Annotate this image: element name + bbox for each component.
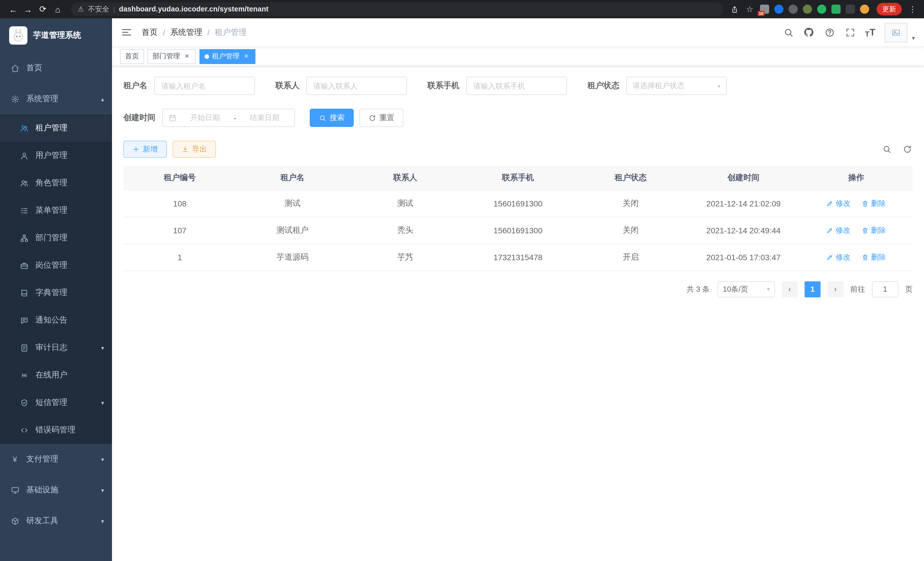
- goto-page-input[interactable]: [872, 281, 898, 297]
- tenant-name-input[interactable]: [154, 77, 255, 95]
- pagination: 共 3 条 10条/页 ▾ ‹ 1 › 前往 页: [123, 281, 913, 297]
- add-button[interactable]: 新增: [123, 141, 167, 158]
- filter-create-time: 创建时间 开始日期 - 结束日期: [123, 109, 295, 127]
- sidebar-item-notice[interactable]: 通知公告: [0, 307, 112, 334]
- github-icon[interactable]: [803, 27, 814, 38]
- tab-close-icon[interactable]: ×: [183, 52, 191, 60]
- sidebar-toggle-icon[interactable]: [121, 27, 133, 38]
- delete-link-label: 删除: [871, 225, 886, 235]
- security-label[interactable]: 不安全: [88, 4, 110, 14]
- edit-link[interactable]: 修改: [826, 198, 850, 208]
- contact-input[interactable]: [306, 77, 407, 95]
- sidebar-item-label: 部门管理: [35, 233, 68, 243]
- tab-home[interactable]: 首页: [120, 49, 144, 64]
- chevron-down-icon: ▾: [101, 487, 104, 493]
- gear-icon: [10, 94, 20, 104]
- extension-icon-green[interactable]: [817, 5, 826, 14]
- table-row: 107 测试租户 秃头 15601691300 关闭 2021-12-14 20…: [123, 217, 913, 244]
- page-size-value: 10条/页: [723, 284, 748, 294]
- extension-icon-badge[interactable]: 10: [760, 5, 769, 14]
- back-icon[interactable]: ←: [6, 4, 21, 14]
- extension-icon-gray[interactable]: [789, 5, 798, 14]
- breadcrumb-home[interactable]: 首页: [142, 27, 158, 38]
- date-range-picker[interactable]: 开始日期 - 结束日期: [162, 109, 295, 127]
- system-submenu: 租户管理 用户管理 角色管理: [0, 114, 112, 444]
- tab-close-icon[interactable]: ×: [242, 52, 250, 60]
- cell-created: 2021-12-14 20:49:44: [687, 217, 800, 244]
- sidebar-item-label: 错误码管理: [35, 425, 75, 435]
- cell-phone: 15601691300: [462, 217, 574, 244]
- extensions-puzzle-icon[interactable]: [846, 5, 855, 14]
- font-size-icon[interactable]: TT: [865, 27, 875, 38]
- next-page-button[interactable]: ›: [827, 281, 843, 297]
- user-avatar[interactable]: [885, 23, 908, 42]
- sidebar-item-home[interactable]: 首页: [0, 53, 112, 83]
- help-icon[interactable]: [824, 27, 835, 38]
- sidebar-item-tenant[interactable]: 租户管理: [0, 114, 112, 142]
- extension-icon-green-square[interactable]: [831, 5, 841, 14]
- search-button[interactable]: 搜索: [310, 109, 354, 127]
- url-text[interactable]: dashboard.yudao.iocoder.cn/system/tenant: [119, 5, 268, 13]
- sidebar-item-errcode[interactable]: 错误码管理: [0, 416, 112, 444]
- delete-link[interactable]: 删除: [862, 252, 886, 262]
- calendar-icon: [169, 114, 177, 122]
- cell-actions: 修改 删除: [800, 190, 913, 217]
- browser-update-button[interactable]: 更新: [877, 3, 902, 15]
- cell-created: 2021-12-14 21:02:09: [687, 190, 800, 217]
- share-icon[interactable]: [729, 4, 740, 14]
- search-icon[interactable]: [783, 27, 794, 38]
- tab-label: 首页: [125, 51, 139, 61]
- sidebar-item-user[interactable]: 用户管理: [0, 142, 112, 169]
- tab-dept[interactable]: 部门管理 ×: [147, 49, 196, 64]
- filter-phone: 联系手机: [428, 77, 567, 95]
- cell-status: 开启: [574, 244, 687, 271]
- sidebar-item-dict[interactable]: 字典管理: [0, 279, 112, 307]
- fullscreen-icon[interactable]: [844, 27, 856, 38]
- extension-icon-olive[interactable]: [803, 5, 812, 14]
- browser-menu-icon[interactable]: ⋮: [907, 5, 918, 14]
- page-number-button[interactable]: 1: [805, 281, 820, 297]
- edit-link[interactable]: 修改: [826, 252, 850, 262]
- breadcrumb-separator: /: [207, 28, 210, 37]
- forward-icon[interactable]: →: [21, 4, 35, 14]
- tab-tenant[interactable]: 租户管理 ×: [200, 49, 255, 64]
- extension-icon-blue[interactable]: [774, 5, 783, 14]
- sidebar-item-role[interactable]: 角色管理: [0, 169, 112, 197]
- address-bar[interactable]: ⚠ 不安全 | dashboard.yudao.iocoder.cn/syste…: [71, 2, 723, 16]
- edit-link[interactable]: 修改: [826, 225, 850, 235]
- sidebar-item-label: 菜单管理: [35, 205, 68, 216]
- page-unit-label: 页: [905, 284, 913, 294]
- tenants-icon: [20, 123, 28, 133]
- cell-status: 关闭: [574, 217, 687, 244]
- sidebar-item-infra[interactable]: 基础设施 ▾: [0, 475, 112, 505]
- toggle-search-icon[interactable]: [882, 144, 892, 154]
- sidebar-item-audit-log[interactable]: 审计日志 ▾: [0, 334, 112, 361]
- bookmark-star-icon[interactable]: ☆: [745, 4, 755, 14]
- delete-link[interactable]: 删除: [862, 198, 886, 208]
- status-select[interactable]: 请选择租户状态 ▾: [626, 77, 727, 95]
- topbar: 首页 / 系统管理 / 租户管理: [112, 18, 924, 47]
- sidebar-logo[interactable]: 芋道管理系统: [0, 18, 112, 53]
- sidebar-item-sms[interactable]: 短信管理 ▾: [0, 389, 112, 416]
- sidebar-item-dept[interactable]: 部门管理: [0, 224, 112, 252]
- refresh-table-icon[interactable]: [902, 144, 913, 154]
- sidebar-item-system[interactable]: 系统管理 ▴: [0, 83, 112, 114]
- breadcrumb-system[interactable]: 系统管理: [170, 27, 202, 38]
- page-size-select[interactable]: 10条/页 ▾: [718, 281, 775, 297]
- sidebar-item-devtools[interactable]: 研发工具 ▾: [0, 505, 112, 536]
- table-row: 1 芋道源码 芋艿 17321315478 开启 2021-01-05 17:0…: [123, 244, 913, 271]
- delete-link[interactable]: 删除: [862, 225, 886, 235]
- export-button[interactable]: 导出: [172, 141, 216, 158]
- phone-input[interactable]: [466, 77, 567, 95]
- sidebar-item-post[interactable]: 岗位管理: [0, 252, 112, 279]
- sidebar-item-menu[interactable]: 菜单管理: [0, 197, 112, 224]
- browser-home-icon[interactable]: ⌂: [50, 4, 65, 14]
- reload-icon[interactable]: ⟳: [35, 4, 50, 14]
- sidebar-item-online-user[interactable]: 在线用户: [0, 361, 112, 389]
- user-menu-caret-icon[interactable]: ▾: [912, 35, 915, 41]
- sidebar-item-payment[interactable]: ¥ 支付管理 ▾: [0, 444, 112, 475]
- prev-page-button[interactable]: ‹: [782, 281, 798, 297]
- profile-avatar-icon[interactable]: [860, 5, 869, 14]
- reset-button[interactable]: 重置: [359, 109, 404, 127]
- tab-label: 租户管理: [212, 51, 239, 61]
